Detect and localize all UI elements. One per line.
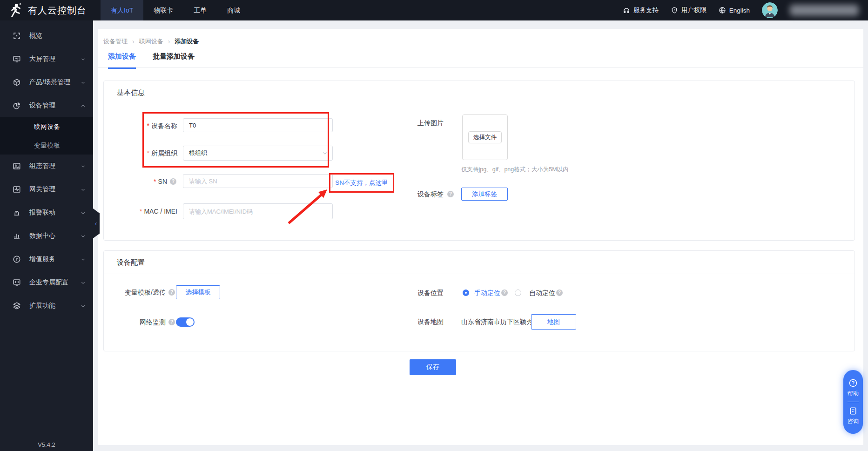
device-config-card: 设备配置 变量模板/透传 选择模板 网络监测 设备位置 手动定位 自动定位 设备… bbox=[103, 250, 855, 351]
pill-divider bbox=[848, 402, 859, 402]
service-support-label: 服务支持 bbox=[633, 6, 659, 14]
top-nav: 有人IoT 物联卡 工单 商城 bbox=[101, 0, 250, 20]
device-tags-label: 设备标签 bbox=[388, 187, 444, 201]
cube-icon bbox=[13, 78, 21, 87]
sidebar-item-label: 网关管理 bbox=[29, 185, 55, 194]
sn-input[interactable] bbox=[183, 174, 333, 188]
device-location-label: 设备位置 bbox=[388, 286, 444, 300]
top-tab-work-order[interactable]: 工单 bbox=[183, 0, 217, 20]
chevron-down-icon bbox=[81, 210, 86, 215]
image-icon bbox=[13, 162, 21, 170]
sidebar-item-data-center[interactable]: 数据中心 bbox=[0, 224, 93, 248]
sn-annotation-box: SN不支持，点这里 bbox=[329, 173, 394, 193]
upload-hint: 仅支持jpg、gif、png格式；大小为5M以内 bbox=[461, 166, 569, 174]
bar-chart-icon bbox=[13, 232, 21, 240]
help-button[interactable]: 帮助 bbox=[848, 378, 859, 397]
sidebar: 概览 大屏管理 产品/场景管理 设备管理 bbox=[0, 20, 93, 451]
variable-template-help-icon[interactable] bbox=[168, 289, 175, 296]
layers-icon bbox=[13, 302, 21, 310]
sidebar-item-extensions[interactable]: 扩展功能 bbox=[0, 294, 93, 317]
sidebar-nav: 概览 大屏管理 产品/场景管理 设备管理 bbox=[0, 20, 93, 317]
sidebar-subitem-networked-devices[interactable]: 联网设备 bbox=[0, 117, 93, 136]
tab-divider bbox=[98, 67, 863, 67]
sidebar-item-label: 设备管理 bbox=[29, 101, 55, 110]
help-label: 帮助 bbox=[848, 390, 859, 397]
sidebar-subitem-variable-templates[interactable]: 变量模板 bbox=[0, 136, 93, 155]
add-tag-button[interactable]: 添加标签 bbox=[461, 188, 508, 201]
basic-info-title: 基本信息 bbox=[104, 81, 855, 104]
app-window: 有人云控制台 有人IoT 物联卡 工单 商城 服务支持 用户权限 bbox=[0, 0, 868, 451]
chevron-up-icon bbox=[81, 103, 86, 108]
auto-location-radio[interactable] bbox=[515, 289, 521, 296]
organization-label: 所属组织 bbox=[104, 146, 177, 160]
network-monitor-label: 网络监测 bbox=[104, 315, 166, 329]
sidebar-item-label: 产品/场景管理 bbox=[29, 78, 70, 87]
globe-icon bbox=[719, 7, 726, 14]
organization-select[interactable]: 根组织 bbox=[183, 146, 333, 161]
sidebar-item-label: 增值服务 bbox=[29, 255, 55, 263]
sidebar-item-label: 扩展功能 bbox=[29, 302, 55, 310]
manual-location-help-icon[interactable] bbox=[501, 289, 508, 296]
top-tab-usr-iot[interactable]: 有人IoT bbox=[101, 0, 143, 20]
breadcrumb-item[interactable]: 设备管理 bbox=[103, 37, 128, 46]
device-name-input[interactable] bbox=[183, 118, 333, 132]
breadcrumb-item[interactable]: 联网设备 bbox=[139, 37, 163, 46]
pulse-icon bbox=[13, 185, 21, 194]
alarm-icon bbox=[13, 209, 21, 217]
auto-location-option[interactable]: 自动定位 bbox=[529, 286, 555, 300]
sidebar-item-enterprise-config[interactable]: 企业专属配置 bbox=[0, 271, 93, 294]
network-monitor-help-icon[interactable] bbox=[168, 319, 175, 325]
language-label: English bbox=[729, 7, 750, 14]
breadcrumb: 设备管理 联网设备 添加设备 bbox=[103, 37, 199, 46]
tab-add-device[interactable]: 添加设备 bbox=[108, 52, 136, 69]
sidebar-item-label: 企业专属配置 bbox=[29, 278, 68, 287]
language-switcher[interactable]: English bbox=[719, 7, 750, 14]
sidebar-item-screen-management[interactable]: 大屏管理 bbox=[0, 47, 93, 71]
pie-chart-icon bbox=[13, 101, 21, 110]
sn-label: SN bbox=[94, 175, 167, 188]
sn-help-icon[interactable] bbox=[170, 178, 176, 185]
auto-location-help-icon[interactable] bbox=[556, 289, 563, 296]
save-button[interactable]: 保存 bbox=[410, 359, 456, 375]
map-button[interactable]: 地图 bbox=[531, 314, 576, 330]
sidebar-item-configuration-management[interactable]: 组态管理 bbox=[0, 155, 93, 178]
headset-icon bbox=[623, 7, 630, 14]
choose-template-button[interactable]: 选择模板 bbox=[176, 285, 220, 299]
device-map-address: 山东省济南市历下区颖秀路 bbox=[461, 314, 539, 329]
upload-dropzone[interactable]: 选择文件 bbox=[462, 114, 508, 160]
top-tab-iot-card[interactable]: 物联卡 bbox=[143, 0, 183, 20]
choose-file-button[interactable]: 选择文件 bbox=[468, 131, 502, 143]
chevron-down-icon bbox=[81, 280, 86, 285]
avatar[interactable] bbox=[762, 2, 778, 18]
version-label: V5.4.2 bbox=[0, 441, 93, 448]
breadcrumb-separator-icon bbox=[132, 38, 135, 45]
consult-button[interactable]: 咨询 bbox=[848, 406, 859, 425]
tab-batch-add-device[interactable]: 批量添加设备 bbox=[153, 52, 195, 69]
document-icon bbox=[848, 406, 858, 416]
sidebar-item-gateway-management[interactable]: 网关管理 bbox=[0, 178, 93, 201]
sidebar-item-alarm-linkage[interactable]: 报警联动 bbox=[0, 201, 93, 224]
service-support-button[interactable]: 服务支持 bbox=[623, 6, 659, 14]
shield-icon bbox=[671, 7, 678, 14]
user-permissions-button[interactable]: 用户权限 bbox=[671, 6, 707, 14]
sidebar-item-device-management[interactable]: 设备管理 bbox=[0, 94, 93, 117]
manual-location-option[interactable]: 手动定位 bbox=[474, 286, 500, 300]
device-tags-help-icon[interactable] bbox=[447, 191, 454, 197]
manual-location-radio[interactable] bbox=[463, 289, 469, 296]
breadcrumb-current: 添加设备 bbox=[175, 37, 199, 46]
monitor-icon bbox=[13, 55, 21, 63]
device-name-label: 设备名称 bbox=[104, 119, 177, 133]
username-blurred[interactable] bbox=[790, 5, 859, 16]
sidebar-item-overview[interactable]: 概览 bbox=[0, 24, 93, 47]
sidebar-item-value-added-services[interactable]: 增值服务 bbox=[0, 248, 93, 271]
sn-not-supported-link[interactable]: SN不支持，点这里 bbox=[335, 179, 388, 187]
top-tab-mall[interactable]: 商城 bbox=[217, 0, 250, 20]
network-monitor-toggle[interactable] bbox=[176, 317, 195, 327]
question-circle-icon bbox=[848, 378, 858, 388]
mac-imei-input[interactable] bbox=[183, 203, 333, 219]
sidebar-item-product-scene[interactable]: 产品/场景管理 bbox=[0, 71, 93, 94]
topbar: 有人云控制台 有人IoT 物联卡 工单 商城 服务支持 用户权限 bbox=[0, 0, 868, 20]
organization-value: 根组织 bbox=[189, 149, 207, 157]
chevron-down-icon bbox=[81, 164, 86, 169]
sidebar-collapse-handle[interactable] bbox=[93, 209, 100, 238]
